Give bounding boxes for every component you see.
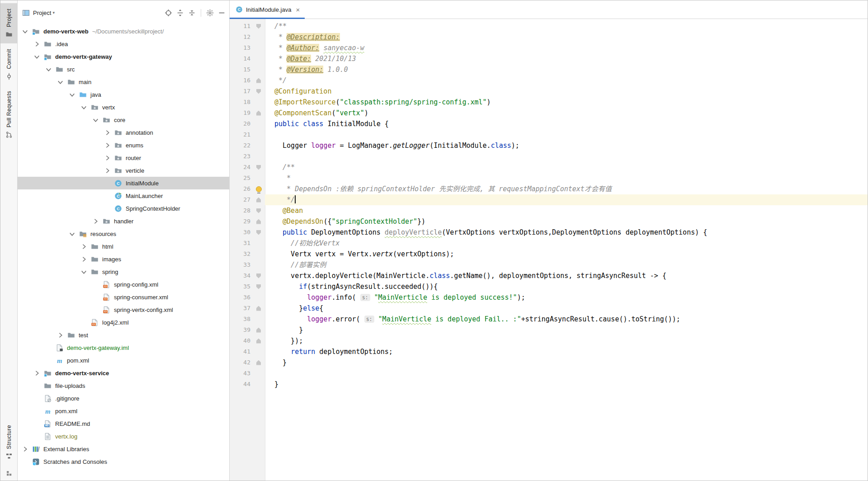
fold-region-end-icon[interactable] <box>256 198 261 203</box>
code-line-29[interactable]: 29 @DependsOn({"springContextHolder"}) <box>230 216 868 227</box>
code-line-text[interactable]: @Bean <box>265 205 868 216</box>
chevron-right-icon[interactable] <box>33 40 41 48</box>
code-line-17[interactable]: 17@Configuration <box>230 86 868 97</box>
code-line-14[interactable]: 14 * @Date: 2021/10/13 <box>230 53 868 64</box>
chevron-right-icon[interactable] <box>80 255 88 263</box>
code-line-20[interactable]: 20public class InitialModule { <box>230 118 868 129</box>
tree-item-src[interactable]: src <box>18 63 229 75</box>
fold-region-end-icon[interactable] <box>256 306 261 311</box>
code-line-text[interactable]: //初始化Vertx <box>265 238 868 249</box>
code-line-text[interactable]: */ <box>265 75 868 86</box>
tree-item-java[interactable]: java <box>18 88 229 101</box>
code-line-43[interactable]: 43 <box>230 368 868 379</box>
code-line-text[interactable]: } <box>265 325 868 335</box>
fold-region-start-icon[interactable] <box>256 230 261 235</box>
settings-icon[interactable] <box>206 9 214 17</box>
code-line-27[interactable]: 27 */ <box>230 194 868 205</box>
tree-item-images[interactable]: images <box>18 253 229 265</box>
code-line-text[interactable]: } <box>265 379 868 390</box>
tree-item-spring-config-xml[interactable]: <>spring-config.xml <box>18 278 229 291</box>
code-line-40[interactable]: 40 }); <box>230 335 868 346</box>
intention-bulb-icon[interactable] <box>256 186 262 192</box>
stripe-button-structure[interactable]: Structure <box>0 420 18 465</box>
code-line-text[interactable]: @DependsOn({"springContextHolder"}) <box>265 216 868 227</box>
code-line-36[interactable]: 36 logger.info( s: "MainVerticle is depl… <box>230 292 868 303</box>
code-line-23[interactable]: 23 <box>230 151 868 162</box>
tree-item-external-libraries[interactable]: External Libraries <box>18 443 229 455</box>
code-line-18[interactable]: 18@ImportResource("classpath:spring/spri… <box>230 97 868 108</box>
code-line-text[interactable]: } <box>265 357 868 368</box>
tree-item-spring-consumer-xml[interactable]: <>spring-consumer.xml <box>18 291 229 303</box>
tree-item-demo-vertx-web[interactable]: demo-vertx-web~/Documents/seckillproject… <box>18 25 229 38</box>
code-line-15[interactable]: 15 * @Version: 1.0.0 <box>230 64 868 75</box>
tree-item--gitignore[interactable]: .gitignore <box>18 392 229 405</box>
tree-item-demo-vertx-gateway-iml[interactable]: demo-vertx-gateway.iml <box>18 341 229 354</box>
code-line-30[interactable]: 30 public DeploymentOptions deployVertic… <box>230 227 868 238</box>
code-line-11[interactable]: 11/** <box>230 21 868 32</box>
code-line-13[interactable]: 13 * @Author: sanyecao-w <box>230 42 868 53</box>
fold-region-end-icon[interactable] <box>256 111 261 116</box>
tree-item-resources[interactable]: resources <box>18 227 229 240</box>
code-line-text[interactable]: /** <box>265 21 868 32</box>
project-panel-title[interactable]: Project <box>33 9 51 16</box>
code-line-28[interactable]: 28 @Bean <box>230 205 868 216</box>
locate-icon[interactable] <box>165 9 172 17</box>
code-line-31[interactable]: 31 //初始化Vertx <box>230 238 868 249</box>
code-line-text[interactable]: logger.info( s: "MainVerticle is deploye… <box>265 292 868 303</box>
window-layout-icon[interactable] <box>5 470 13 477</box>
tree-item-spring[interactable]: spring <box>18 265 229 278</box>
tree-item-log4j2-xml[interactable]: <>log4j2.xml <box>18 316 229 329</box>
code-line-text[interactable]: vertx.deployVerticle(MainVerticle.class.… <box>265 270 868 281</box>
tree-item-vertx[interactable]: vertx <box>18 101 229 113</box>
chevron-right-icon[interactable] <box>104 129 111 137</box>
code-line-text[interactable]: }else{ <box>265 303 868 314</box>
tree-item-html[interactable]: html <box>18 240 229 253</box>
tree-item-enums[interactable]: enums <box>18 139 229 151</box>
expand-all-icon[interactable] <box>176 9 184 17</box>
close-icon[interactable]: × <box>296 6 300 13</box>
code-line-text[interactable] <box>265 368 868 379</box>
chevron-right-icon[interactable] <box>80 243 88 250</box>
code-line-19[interactable]: 19@ComponentScan("vertx") <box>230 108 868 118</box>
chevron-down-icon[interactable] <box>92 116 99 124</box>
code-line-44[interactable]: 44} <box>230 379 868 390</box>
code-line-text[interactable]: * @Author: sanyecao-w <box>265 42 868 53</box>
tree-item-spring-vertx-config-xml[interactable]: <>spring-vertx-config.xml <box>18 303 229 316</box>
fold-region-start-icon[interactable] <box>256 274 261 278</box>
code-line-text[interactable]: logger.error( s: "MainVerticle is deploy… <box>265 314 868 325</box>
chevron-down-icon[interactable] <box>80 268 88 276</box>
chevron-right-icon[interactable] <box>104 154 111 162</box>
fold-region-start-icon[interactable] <box>256 89 261 94</box>
tree-item-annotation[interactable]: annotation <box>18 126 229 139</box>
tree-item-readme-md[interactable]: MDREADME.md <box>18 417 229 430</box>
code-line-21[interactable]: 21 <box>230 129 868 140</box>
fold-region-start-icon[interactable] <box>256 208 261 213</box>
code-line-text[interactable]: @ComponentScan("vertx") <box>265 108 868 118</box>
tree-item-core[interactable]: core <box>18 113 229 126</box>
code-line-16[interactable]: 16 */ <box>230 75 868 86</box>
code-line-41[interactable]: 41 return deploymentOptions; <box>230 346 868 357</box>
tab-initialmodule-java[interactable]: C InitialModule.java × <box>230 0 305 19</box>
code-line-text[interactable]: */ <box>265 194 868 205</box>
chevron-right-icon[interactable] <box>21 445 29 453</box>
code-line-26[interactable]: 26 * DependsOn :依赖 springContextHolder 先… <box>230 184 868 194</box>
fold-region-start-icon[interactable] <box>256 165 261 170</box>
stripe-button-project[interactable]: Project <box>0 3 18 43</box>
chevron-right-icon[interactable] <box>104 141 111 149</box>
fold-region-start-icon[interactable] <box>256 284 261 289</box>
code-line-12[interactable]: 12 * @Description: <box>230 32 868 42</box>
tree-item-router[interactable]: router <box>18 151 229 164</box>
fold-region-end-icon[interactable] <box>256 339 261 344</box>
tree-item-demo-vertx-gateway[interactable]: demo-vertx-gateway <box>18 50 229 63</box>
hide-icon[interactable] <box>218 9 226 17</box>
code-line-25[interactable]: 25 * <box>230 173 868 184</box>
chevron-right-icon[interactable] <box>92 217 99 225</box>
stripe-button-commit[interactable]: Commit <box>0 43 18 85</box>
chevron-down-icon[interactable] <box>68 230 76 238</box>
chevron-right-icon[interactable] <box>104 167 111 174</box>
chevron-right-icon[interactable] <box>33 369 41 377</box>
code-line-37[interactable]: 37 }else{ <box>230 303 868 314</box>
code-line-text[interactable]: @Configuration <box>265 86 868 97</box>
tree-item-test[interactable]: test <box>18 329 229 341</box>
tree-item-verticle[interactable]: verticle <box>18 164 229 177</box>
